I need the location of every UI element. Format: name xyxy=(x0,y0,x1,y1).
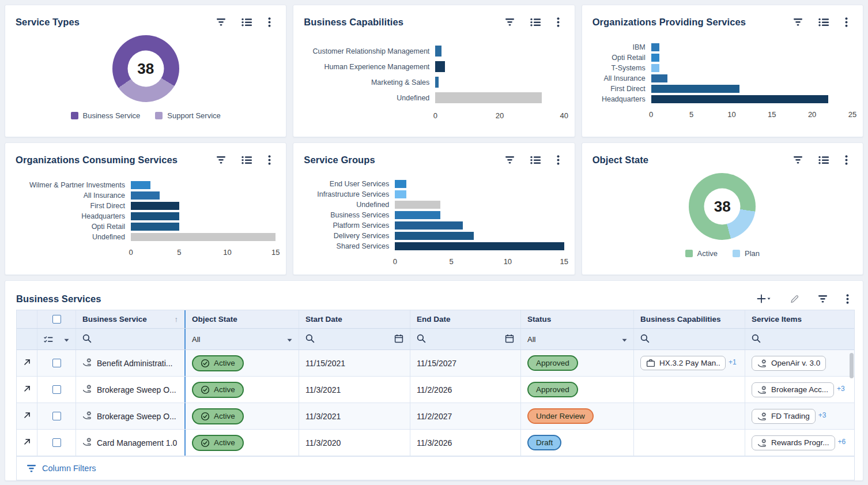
bar[interactable] xyxy=(131,233,276,241)
bar[interactable] xyxy=(131,212,179,220)
column-header-items[interactable]: Service Items xyxy=(745,310,854,328)
open-fact-sheet-button[interactable] xyxy=(17,403,37,429)
business-service-name-cell[interactable]: Benefit Administrati... xyxy=(76,350,186,376)
kebab-menu-icon[interactable] xyxy=(268,17,271,27)
bar[interactable] xyxy=(395,211,440,219)
edit-icon[interactable] xyxy=(790,294,799,304)
bar[interactable] xyxy=(435,92,541,103)
check-circle-icon xyxy=(201,385,210,394)
kebab-menu-icon[interactable] xyxy=(557,17,560,27)
list-view-icon[interactable] xyxy=(818,18,829,27)
filter-icon[interactable] xyxy=(793,156,803,164)
filter-icon[interactable] xyxy=(216,156,226,164)
legend-item[interactable]: Business Service xyxy=(71,111,141,120)
column-header-name[interactable]: Business Service↑ xyxy=(76,310,186,328)
bar-label: All Insurance xyxy=(16,191,131,200)
filter-icon[interactable] xyxy=(793,18,803,26)
service-item-chip[interactable]: OpenAir v. 3.0 xyxy=(752,356,826,371)
sort-asc-icon[interactable]: ↑ xyxy=(175,315,179,324)
bar[interactable] xyxy=(395,232,474,240)
list-view-icon[interactable] xyxy=(818,156,829,164)
open-fact-sheet-button[interactable] xyxy=(17,430,37,456)
bar[interactable] xyxy=(435,77,439,88)
caret-down-icon[interactable] xyxy=(287,335,292,344)
more-count-badge[interactable]: +6 xyxy=(838,435,846,446)
bar[interactable] xyxy=(651,85,740,93)
bar[interactable] xyxy=(651,43,659,51)
kebab-menu-icon[interactable] xyxy=(846,294,849,304)
open-fact-sheet-button[interactable] xyxy=(17,377,37,403)
column-header-caps[interactable]: Business Capabilities xyxy=(634,310,745,328)
status-filter-dropdown[interactable]: All xyxy=(521,329,634,349)
row-checkbox[interactable] xyxy=(52,385,61,394)
caret-down-icon[interactable] xyxy=(622,335,627,344)
filter-icon[interactable] xyxy=(216,18,226,26)
bar[interactable] xyxy=(435,46,441,57)
service-item-chip[interactable]: FD Trading xyxy=(752,409,816,424)
bar[interactable] xyxy=(651,74,667,82)
filter-icon[interactable] xyxy=(505,18,515,26)
selection-filter[interactable] xyxy=(37,329,76,349)
bar[interactable] xyxy=(395,180,406,188)
legend-item[interactable]: Support Service xyxy=(155,111,221,120)
name-search-input[interactable] xyxy=(76,329,186,349)
object-state-donut-chart[interactable]: 38 xyxy=(689,173,756,240)
bar[interactable] xyxy=(131,202,179,210)
column-header-start[interactable]: Start Date xyxy=(299,310,410,328)
business-service-name-cell[interactable]: Brokerage Sweep O... xyxy=(76,377,186,403)
row-checkbox[interactable] xyxy=(52,438,61,447)
row-checkbox[interactable] xyxy=(52,412,61,420)
business-service-name-cell[interactable]: Brokerage Sweep O... xyxy=(76,403,186,429)
row-checkbox[interactable] xyxy=(52,359,61,367)
bar[interactable] xyxy=(395,201,440,209)
business-service-name-cell[interactable]: Card Management 1.0 xyxy=(76,430,186,456)
service-types-donut-chart[interactable]: 38 xyxy=(112,35,179,102)
list-view-icon[interactable] xyxy=(241,156,252,164)
caret-down-icon[interactable] xyxy=(64,335,69,344)
list-view-icon[interactable] xyxy=(241,18,252,27)
bar[interactable] xyxy=(651,64,659,72)
more-count-badge[interactable]: +3 xyxy=(837,382,845,393)
start-date-filter-input[interactable] xyxy=(299,329,410,349)
column-header-label: End Date xyxy=(417,315,451,324)
kebab-menu-icon[interactable] xyxy=(557,155,560,165)
items-search-input[interactable] xyxy=(745,329,854,349)
axis-tick-label: 15 xyxy=(271,248,280,257)
kebab-menu-icon[interactable] xyxy=(845,155,848,165)
bar[interactable] xyxy=(131,181,150,189)
column-filters-button[interactable]: Column Filters xyxy=(16,456,855,480)
filter-icon[interactable] xyxy=(505,156,515,164)
kebab-menu-icon[interactable] xyxy=(268,155,271,165)
add-button[interactable] xyxy=(757,294,771,303)
column-header-end[interactable]: End Date xyxy=(410,310,521,328)
bar[interactable] xyxy=(651,54,659,62)
calendar-icon[interactable] xyxy=(505,334,514,345)
column-header-status[interactable]: Status xyxy=(521,310,634,328)
legend-item[interactable]: Active xyxy=(685,249,718,258)
bar[interactable] xyxy=(651,95,828,103)
caps-search-input[interactable] xyxy=(634,329,745,349)
list-view-icon[interactable] xyxy=(530,18,541,27)
bar[interactable] xyxy=(435,61,445,72)
bar[interactable] xyxy=(395,190,406,198)
select-all-checkbox[interactable] xyxy=(52,315,61,324)
bar[interactable] xyxy=(131,223,179,231)
list-view-icon[interactable] xyxy=(530,156,541,164)
bar[interactable] xyxy=(395,242,564,250)
table-vertical-scrollbar[interactable] xyxy=(850,353,854,378)
filter-icon[interactable] xyxy=(818,295,828,303)
column-header-state[interactable]: Object State xyxy=(186,310,299,328)
object-state-filter-dropdown[interactable]: All xyxy=(186,329,299,349)
service-item-chip[interactable]: Brokerage Acc... xyxy=(752,382,834,397)
end-date-filter-input[interactable] xyxy=(410,329,521,349)
open-fact-sheet-button[interactable] xyxy=(17,350,37,376)
kebab-menu-icon[interactable] xyxy=(845,17,848,27)
more-count-badge[interactable]: +3 xyxy=(818,409,827,419)
more-count-badge[interactable]: +1 xyxy=(729,356,737,366)
legend-item[interactable]: Plan xyxy=(733,249,760,258)
calendar-icon[interactable] xyxy=(394,334,403,345)
business-capability-chip[interactable]: HX.3.2 Pay Man... xyxy=(640,356,726,370)
bar[interactable] xyxy=(395,221,462,230)
service-item-chip[interactable]: Rewards Progr... xyxy=(752,435,835,450)
bar[interactable] xyxy=(131,191,160,200)
